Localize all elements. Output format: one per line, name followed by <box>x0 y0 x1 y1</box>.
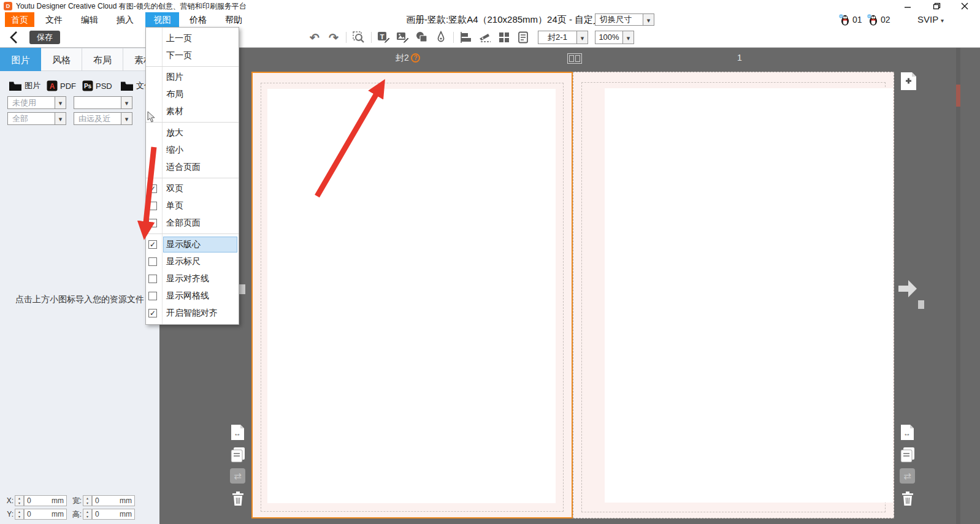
text-edit-tool[interactable]: T <box>376 29 392 45</box>
menu-file[interactable]: 文件 <box>39 12 69 27</box>
page-doc-tool[interactable] <box>515 29 531 45</box>
back-button[interactable] <box>6 29 22 45</box>
restore-button[interactable] <box>926 0 947 12</box>
menu-price[interactable]: 价格 <box>183 12 213 27</box>
image-edit-tool[interactable] <box>395 29 411 45</box>
checkbox-unchecked-icon[interactable] <box>148 275 157 283</box>
right-page-1[interactable] <box>573 72 894 518</box>
scrollbar-thumb[interactable] <box>956 85 960 107</box>
checkbox-unchecked-icon[interactable] <box>148 202 157 210</box>
import-image-button[interactable]: 图片 <box>9 77 40 94</box>
right-delete-page-button[interactable] <box>899 490 916 506</box>
tab-styles[interactable]: 风格 <box>41 48 82 71</box>
view-menu-item[interactable]: ✓双页 <box>146 180 239 197</box>
filter-usage-select[interactable]: 未使用 <box>7 96 66 109</box>
view-menu-item[interactable]: 适合页面 <box>146 159 239 176</box>
divider <box>346 32 346 43</box>
checkbox-unchecked-icon[interactable] <box>148 257 157 266</box>
right-page-size-button[interactable]: ↔ <box>899 424 916 441</box>
checkbox-checked-icon[interactable]: ✓ <box>148 184 157 193</box>
width-field[interactable]: 0mm <box>92 495 135 506</box>
qq-account-1[interactable]: 01 <box>839 13 862 26</box>
width-stepper[interactable] <box>83 495 92 506</box>
view-menu-item[interactable]: 下一页 <box>146 47 239 64</box>
next-page-arrow[interactable] <box>897 277 918 300</box>
view-menu-item[interactable]: 显示网格线 <box>146 287 239 305</box>
switch-size-select[interactable]: 切换尺寸 <box>595 13 654 26</box>
zoom-level-value: 100% <box>595 31 622 44</box>
import-pdf-button[interactable]: A PDF <box>47 77 76 94</box>
view-menu-item[interactable]: 缩小 <box>146 142 239 159</box>
view-menu-item[interactable]: 显示标尺 <box>146 253 239 270</box>
tab-images[interactable]: 图片 <box>0 48 41 71</box>
filter-scope-select[interactable]: 全部 <box>7 112 66 125</box>
svip-menu[interactable]: SVIP ▾ <box>917 13 944 26</box>
view-menu-item[interactable]: 单页 <box>146 197 239 215</box>
stepper-up-icon <box>83 496 91 501</box>
filter-type-select[interactable] <box>74 96 132 109</box>
slice-tool[interactable] <box>477 29 493 45</box>
view-menu-item[interactable]: 放大 <box>146 124 239 142</box>
height-field[interactable]: 0mm <box>92 509 135 520</box>
page-selector-select[interactable]: 封2-1 <box>538 31 588 44</box>
left-page-size-button[interactable]: ↔ <box>229 424 246 441</box>
x-stepper[interactable] <box>15 495 24 506</box>
pdf-icon: A <box>47 80 58 91</box>
pen-tool[interactable] <box>433 29 449 45</box>
import-psd-button[interactable]: Ps PSD <box>82 77 112 94</box>
shape-tool[interactable] <box>414 29 430 45</box>
menu-home[interactable]: 首页 <box>5 12 34 27</box>
save-button[interactable]: 保存 <box>29 31 60 44</box>
view-menu-item[interactable]: ✓显示版心 <box>146 236 239 253</box>
trash-icon <box>231 490 245 506</box>
menu-view[interactable]: 视图 <box>145 12 179 27</box>
menu-insert[interactable]: 插入 <box>110 12 140 27</box>
menu-edit[interactable]: 编辑 <box>75 12 104 27</box>
redo-button[interactable]: ↷ <box>326 29 342 45</box>
filter-order-select[interactable]: 由远及近 <box>74 112 132 125</box>
view-menu-item[interactable]: 素材 <box>146 103 239 120</box>
canvas-right-handle[interactable] <box>918 300 924 309</box>
x-unit: mm <box>52 496 64 505</box>
right-swap-page-button <box>899 468 916 484</box>
left-page-cover2[interactable] <box>251 72 573 518</box>
qq-account-2[interactable]: 02 <box>867 13 890 26</box>
height-stepper[interactable] <box>83 509 92 520</box>
right-page-content-area[interactable] <box>605 88 893 503</box>
marquee-zoom-tool[interactable] <box>351 29 367 45</box>
checkbox-checked-icon[interactable]: ✓ <box>148 309 157 317</box>
view-menu-group: ✓显示版心显示标尺显示对齐线显示网格线✓开启智能对齐 <box>146 234 239 322</box>
align-tool[interactable] <box>458 29 474 45</box>
canvas-scrollbar[interactable] <box>956 48 960 524</box>
view-menu-item-label: 显示对齐线 <box>166 273 209 284</box>
view-menu-item[interactable]: 全部页面 <box>146 215 239 232</box>
left-copy-page-button[interactable] <box>229 446 246 463</box>
menu-help[interactable]: 帮助 <box>219 12 248 27</box>
view-menu-item[interactable]: ✓开启智能对齐 <box>146 305 239 322</box>
view-menu-item[interactable]: 图片 <box>146 69 239 86</box>
y-field[interactable]: 0mm <box>24 509 67 520</box>
add-page-button[interactable] <box>899 71 917 91</box>
view-menu-item[interactable]: 上一页 <box>146 30 239 47</box>
grid-view-tool[interactable] <box>496 29 512 45</box>
close-button[interactable] <box>954 0 975 12</box>
right-copy-page-button[interactable] <box>899 446 916 463</box>
svip-label: SVIP <box>917 14 938 25</box>
minimize-button[interactable] <box>897 0 918 12</box>
chevron-down-icon: ▾ <box>941 17 944 24</box>
undo-button[interactable]: ↶ <box>307 29 323 45</box>
help-icon[interactable]: ? <box>411 53 420 63</box>
spread-view-icon[interactable] <box>567 53 582 64</box>
left-delete-page-button[interactable] <box>229 490 246 506</box>
view-menu-item[interactable]: 布局 <box>146 86 239 103</box>
y-stepper[interactable] <box>15 509 24 520</box>
chevron-down-icon <box>55 97 66 108</box>
checkbox-unchecked-icon[interactable] <box>148 292 157 300</box>
checkbox-checked-icon[interactable]: ✓ <box>148 240 157 249</box>
checkbox-unchecked-icon[interactable] <box>148 219 157 227</box>
tab-layouts[interactable]: 布局 <box>82 48 123 71</box>
left-page-content-area[interactable] <box>267 89 556 503</box>
view-menu-item[interactable]: 显示对齐线 <box>146 270 239 287</box>
zoom-level-select[interactable]: 100% <box>595 31 634 44</box>
x-field[interactable]: 0mm <box>24 495 67 506</box>
